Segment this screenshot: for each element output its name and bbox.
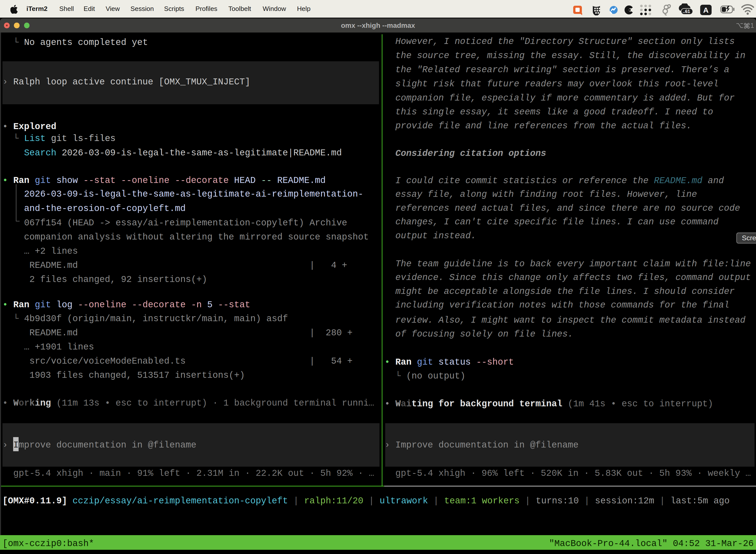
svg-text:..61: ..61 <box>683 9 690 14</box>
svg-text:1: 1 <box>750 22 754 29</box>
svg-text:A: A <box>703 6 709 14</box>
